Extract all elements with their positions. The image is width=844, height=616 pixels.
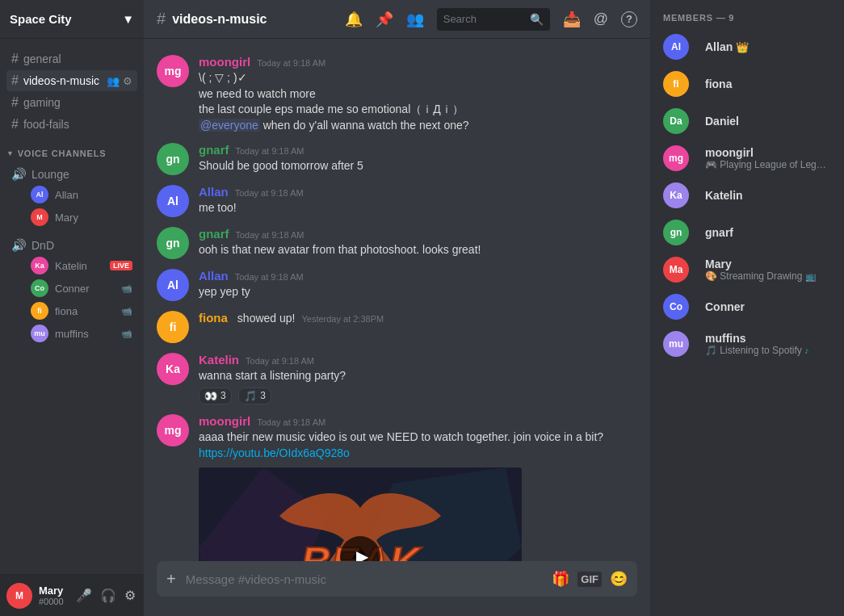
current-user-avatar: M bbox=[6, 583, 32, 609]
collapse-arrow-icon: ▼ bbox=[6, 149, 15, 157]
member-name: Mary bbox=[705, 258, 831, 270]
message-text: yep yep ty bbox=[199, 284, 637, 300]
member-name: Allan 👑 bbox=[705, 40, 831, 53]
member-avatar: Al bbox=[663, 34, 689, 60]
message-link[interactable]: https://youtu.be/OIdx6aQ928o bbox=[199, 446, 350, 459]
video-embed[interactable]: BEAK ▶ bbox=[199, 467, 522, 561]
avatar: gn bbox=[157, 227, 189, 259]
live-badge: LIVE bbox=[110, 261, 132, 270]
voice-user-allan[interactable]: Al Allan bbox=[26, 184, 137, 205]
message-username[interactable]: moongirl bbox=[199, 414, 250, 428]
reaction-eyes[interactable]: 👀 3 bbox=[199, 388, 232, 404]
member-info: fiona bbox=[705, 78, 831, 90]
sidebar-item-food-fails[interactable]: # food-fails bbox=[6, 114, 137, 135]
message-username[interactable]: gnarf bbox=[199, 227, 229, 241]
member-avatar-wrapper: Al bbox=[663, 34, 697, 60]
message-group: mg moongirl Today at 9:18 AM \( ; ▽ ; )✓… bbox=[144, 52, 650, 136]
member-item-muffins[interactable]: mu muffins 🎵 Listening to Spotify ♪ bbox=[657, 326, 838, 362]
voice-channel-dnd-name[interactable]: 🔊 DnD bbox=[6, 236, 137, 255]
user-settings-icon[interactable]: 👥 bbox=[107, 75, 120, 87]
mention-everyone[interactable]: @everyone bbox=[199, 119, 260, 132]
sidebar: Space City ▼ # general # videos-n-music … bbox=[0, 0, 144, 616]
main-content: # videos-n-music 🔔 📌 👥 🔍 📥 @ ? mg bbox=[144, 0, 650, 616]
message-username[interactable]: moongirl bbox=[199, 55, 250, 69]
avatar: M bbox=[31, 208, 48, 226]
gif-button[interactable]: GIF bbox=[577, 572, 602, 587]
user-area: M Mary #0000 🎤 🎧 ⚙ bbox=[0, 574, 144, 616]
notification-bell-icon[interactable]: 🔔 bbox=[345, 10, 363, 28]
message-header: Allan Today at 9:18 AM bbox=[199, 269, 637, 283]
user-settings-button[interactable]: ⚙ bbox=[123, 586, 137, 605]
add-content-button[interactable]: + bbox=[166, 570, 176, 589]
voice-channels-header[interactable]: ▼ VOICE CHANNELS bbox=[0, 137, 144, 161]
voice-user-mary[interactable]: M Mary bbox=[26, 207, 137, 228]
member-item-daniel[interactable]: Da Daniel bbox=[657, 103, 838, 139]
crown-icon: 👑 bbox=[736, 41, 749, 53]
channel-settings-icon[interactable]: ⚙ bbox=[123, 75, 132, 87]
message-username[interactable]: Allan bbox=[199, 269, 229, 283]
message-header: moongirl Today at 9:18 AM bbox=[199, 55, 637, 69]
current-user-tag: #0000 bbox=[39, 597, 74, 606]
channel-list: # general # videos-n-music 👥 ⚙ # gaming bbox=[0, 39, 144, 574]
member-item-gnarf[interactable]: gn gnarf bbox=[657, 215, 838, 250]
member-avatar-wrapper: mg bbox=[663, 145, 697, 171]
message-username[interactable]: fiona bbox=[199, 311, 228, 325]
message-username[interactable]: Allan bbox=[199, 185, 229, 199]
member-item-katelin[interactable]: Ka Katelin bbox=[657, 178, 838, 213]
message-username[interactable]: gnarf bbox=[199, 143, 229, 157]
member-avatar: Co bbox=[663, 294, 689, 320]
message-username[interactable]: Katelin bbox=[199, 353, 239, 367]
voice-channel-lounge-name[interactable]: 🔊 Lounge bbox=[6, 165, 137, 184]
help-icon[interactable]: ? bbox=[621, 11, 637, 27]
video-icon: 📹 bbox=[121, 306, 132, 316]
message-header: fiona showed up! Yesterday at 2:38PM bbox=[199, 311, 637, 325]
reaction-music[interactable]: 🎵 3 bbox=[238, 388, 271, 404]
member-item-allan[interactable]: Al Allan 👑 bbox=[657, 29, 838, 65]
pin-icon[interactable]: 📌 bbox=[376, 10, 393, 28]
voice-user-conner[interactable]: Co Conner 📹 bbox=[26, 278, 137, 299]
member-avatar-wrapper: Ma bbox=[663, 257, 697, 283]
member-info: moongirl 🎮 Playing League of Legends ✓ bbox=[705, 146, 831, 170]
message-text: Should be good tomorrow after 5 bbox=[199, 158, 637, 174]
emoji-picker-button[interactable]: 😊 bbox=[610, 570, 628, 588]
input-right-icons: 🎁 GIF 😊 bbox=[552, 570, 628, 588]
current-user-name: Mary bbox=[39, 585, 74, 597]
streaming-icon: 🎨 bbox=[705, 270, 717, 282]
search-box[interactable]: 🔍 bbox=[437, 8, 550, 31]
message-group: Al Allan Today at 9:18 AM yep yep ty bbox=[144, 266, 650, 304]
avatar: Co bbox=[31, 279, 48, 297]
member-item-conner[interactable]: Co Conner bbox=[657, 289, 838, 325]
headphones-button[interactable]: 🎧 bbox=[99, 586, 118, 605]
mic-button[interactable]: 🎤 bbox=[74, 586, 94, 605]
play-icon: ▶ bbox=[356, 547, 368, 561]
avatar: fi bbox=[157, 311, 189, 343]
message-group: fi fiona showed up! Yesterday at 2:38PM bbox=[144, 308, 650, 346]
search-input[interactable] bbox=[443, 13, 530, 25]
message-content: moongirl Today at 9:18 AM \( ; ▽ ; )✓ we… bbox=[199, 55, 637, 133]
video-icon: 📹 bbox=[121, 283, 132, 294]
voice-user-list-dnd: Ka Katelin LIVE Co Conner 📹 fi fiona bbox=[6, 255, 137, 344]
member-item-fiona[interactable]: fi fiona bbox=[657, 66, 838, 102]
message-input[interactable] bbox=[186, 564, 546, 595]
member-item-mary[interactable]: Ma Mary 🎨 Streaming Drawing 📺 bbox=[657, 252, 838, 287]
sidebar-item-gaming[interactable]: # gaming bbox=[6, 92, 137, 113]
gift-icon[interactable]: 🎁 bbox=[552, 570, 569, 588]
server-header[interactable]: Space City ▼ bbox=[0, 0, 144, 39]
voice-user-fiona[interactable]: fi fiona 📹 bbox=[26, 300, 137, 321]
mention-icon[interactable]: @ bbox=[594, 10, 608, 27]
hash-icon: # bbox=[11, 95, 19, 110]
sidebar-item-videos-n-music[interactable]: # videos-n-music 👥 ⚙ bbox=[6, 70, 137, 91]
server-name: Space City bbox=[10, 12, 72, 26]
embed-thumbnail: BEAK ▶ bbox=[199, 467, 522, 561]
message-group: Al Allan Today at 9:18 AM me too! bbox=[144, 182, 650, 220]
message-content: moongirl Today at 9:18 AM aaaa their new… bbox=[199, 414, 637, 561]
members-icon[interactable]: 👥 bbox=[406, 10, 424, 28]
voice-user-muffins[interactable]: mu muffins 📹 bbox=[26, 323, 137, 344]
inbox-icon[interactable]: 📥 bbox=[563, 10, 581, 28]
voice-user-katelin[interactable]: Ka Katelin LIVE bbox=[26, 255, 137, 276]
voice-icon: 🔊 bbox=[11, 167, 27, 182]
message-input-box: + 🎁 GIF 😊 bbox=[157, 561, 637, 597]
member-item-moongirl[interactable]: mg moongirl 🎮 Playing League of Legends … bbox=[657, 140, 838, 176]
avatar: gn bbox=[157, 143, 189, 175]
sidebar-item-general[interactable]: # general bbox=[6, 48, 137, 69]
